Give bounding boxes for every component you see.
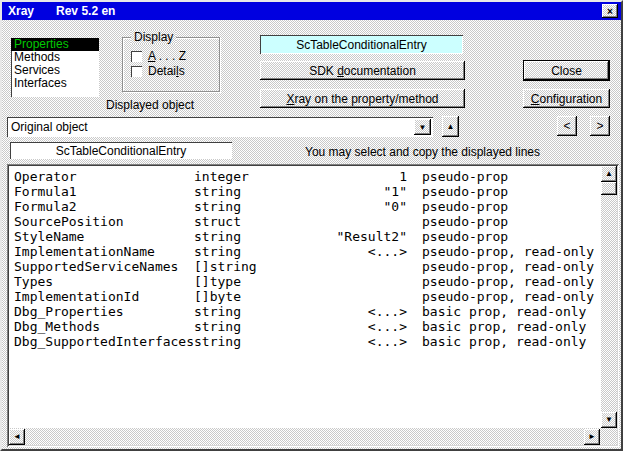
xray-property-method-button[interactable]: Xray on the property/method [260, 89, 465, 108]
displayed-object-combobox[interactable]: Original object ▼ [7, 117, 433, 137]
table-row[interactable]: StyleNamestring"Result2"pseudo-prop [9, 229, 601, 244]
xray-property-method-label: Xray on the property/method [286, 92, 438, 106]
next-button[interactable]: > [590, 116, 610, 136]
configuration-label: Configuration [531, 92, 602, 106]
window-title: Xray [8, 4, 34, 18]
display-group-title: Display [131, 30, 176, 44]
hint-text: You may select and copy the displayed li… [305, 145, 540, 159]
window-revision: Rev 5.2 en [56, 4, 115, 18]
configuration-button[interactable]: Configuration [523, 89, 610, 108]
history-up-button[interactable]: ▲ [442, 116, 459, 137]
scroll-down-icon[interactable]: ▼ [601, 412, 617, 428]
table-row[interactable]: ImplementationId[]bytepseudo-prop, read-… [9, 289, 601, 304]
table-row[interactable]: Formula2string"0"pseudo-prop [9, 199, 601, 214]
chevron-down-icon[interactable]: ▼ [414, 119, 431, 135]
details-checkbox-label: Details [148, 64, 185, 78]
displayed-object-label: Displayed object [106, 98, 194, 112]
property-list-area: Operatorinteger1pseudo-prop Formula1stri… [7, 164, 619, 447]
title-bar: Xray Rev 5.2 en [2, 2, 621, 20]
vertical-scrollbar[interactable]: ▲ ▼ [601, 166, 617, 428]
table-row[interactable]: Dbg_SupportedInterfacesstring<...>basic … [9, 334, 601, 349]
az-checkbox-row[interactable]: A . . . Z [131, 49, 186, 63]
display-groupbox: Display A . . . Z Details [122, 37, 220, 92]
sdk-documentation-button[interactable]: SDK documentation [260, 61, 465, 80]
details-checkbox[interactable] [131, 66, 142, 77]
az-checkbox[interactable] [131, 51, 142, 62]
scroll-left-icon[interactable]: ◄ [9, 429, 25, 445]
table-row[interactable]: SupportedServiceNames[]stringpseudo-prop… [9, 259, 601, 274]
close-icon[interactable]: × [602, 4, 618, 18]
sdk-documentation-label: SDK documentation [309, 64, 416, 78]
table-row[interactable]: Formula1string"1"pseudo-prop [9, 184, 601, 199]
table-row[interactable]: Dbg_Methodsstring<...>basic prop, read-o… [9, 319, 601, 334]
scroll-right-icon[interactable]: ► [584, 429, 600, 445]
category-listbox[interactable]: Properties Methods Services Interfaces [11, 38, 99, 97]
horizontal-scrollbar[interactable]: ◄ ► [9, 429, 600, 445]
prev-button[interactable]: < [557, 116, 577, 136]
xray-window: Xray Rev 5.2 en × Properties Methods Ser… [0, 0, 623, 451]
object-name-copy-field[interactable]: ScTableConditionalEntry [10, 142, 232, 159]
up-arrow-icon: ▲ [447, 123, 455, 131]
property-list[interactable]: Operatorinteger1pseudo-prop Formula1stri… [9, 166, 601, 428]
table-row[interactable]: ImplementationNamestring<...>pseudo-prop… [9, 244, 601, 259]
table-row[interactable]: Dbg_Propertiesstring<...>basic prop, rea… [9, 304, 601, 319]
scrollbar-corner [600, 428, 617, 445]
close-button-label: Close [551, 64, 582, 78]
combobox-value: Original object [11, 120, 88, 134]
object-name-field[interactable]: ScTableConditionalEntry [260, 35, 463, 54]
category-item-interfaces[interactable]: Interfaces [11, 77, 99, 90]
table-row[interactable]: Types[]typepseudo-prop, read-only [9, 274, 601, 289]
table-row[interactable]: SourcePositionstructpseudo-prop [9, 214, 601, 229]
details-checkbox-row[interactable]: Details [131, 64, 185, 78]
scroll-up-icon[interactable]: ▲ [601, 166, 617, 182]
table-row[interactable]: Operatorinteger1pseudo-prop [9, 169, 601, 184]
az-checkbox-label: A . . . Z [148, 49, 186, 63]
vertical-scrollbar-thumb[interactable] [601, 182, 617, 195]
close-button[interactable]: Close [523, 60, 610, 81]
